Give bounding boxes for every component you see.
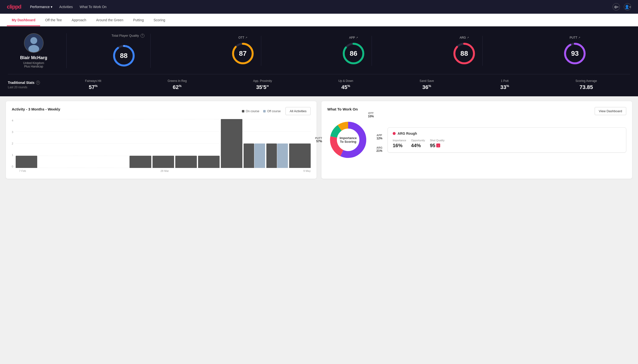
app-circle: 86	[341, 41, 366, 66]
traditional-stats: Traditional Stats ? Last 20 rounds Fairw…	[8, 74, 630, 90]
player-handicap: Plus Handicap	[24, 65, 43, 68]
bar-oncourse-10	[244, 144, 254, 168]
activity-card-header: Activity - 3 Months - Weekly On course O…	[12, 107, 311, 115]
add-button[interactable]: ⊕ ▾	[612, 3, 620, 10]
stat-proximity: App. Proximity 35'5"	[253, 79, 272, 90]
y-label-3: 3	[12, 130, 13, 134]
bottom-section: Activity - 3 Months - Weekly On course O…	[0, 96, 638, 184]
nav-activities[interactable]: Activities	[59, 5, 73, 9]
y-label-1: 1	[12, 154, 13, 156]
ott-value: 87	[239, 50, 247, 58]
x-label-1: 28 Mar	[160, 170, 169, 172]
bar-group-10	[244, 119, 265, 168]
player-name: Blair McHarg	[20, 55, 47, 60]
putt-donut-label: PUTT 57%	[315, 137, 322, 143]
putt-circle: 93	[563, 41, 587, 66]
trad-stats-items: Fairways Hit 57% Greens In Reg 62% App. …	[52, 79, 630, 90]
bar-group-7	[175, 119, 197, 168]
chevron-down-icon: ▾	[51, 5, 52, 9]
stat-oneputt: 1 Putt 33%	[500, 79, 509, 90]
arg-circle: 88	[452, 41, 476, 66]
bar-oncourse-5	[129, 156, 151, 168]
bar-group-4	[107, 119, 128, 168]
stat-updown: Up & Down 45%	[338, 79, 353, 90]
tab-putting[interactable]: Putting	[128, 14, 149, 26]
bar-group-9	[221, 119, 242, 168]
work-on-content: PUTT 57% OTT 10% APP 12% ARG 21%	[327, 119, 626, 160]
putt-value: 93	[571, 50, 579, 58]
total-score-circle: 88	[112, 44, 136, 68]
bar-group-5	[129, 119, 151, 168]
nav-performance[interactable]: Performance ▾	[30, 5, 52, 9]
putt-arrow-icon: ↗	[578, 36, 580, 39]
x-label-0: 7 Feb	[19, 170, 26, 172]
stat-gir: Greens In Reg 62%	[168, 79, 187, 90]
tab-around-the-green[interactable]: Around the Green	[91, 14, 128, 26]
stat-scoring: Scoring Average 73.85	[576, 79, 597, 90]
view-dashboard-button[interactable]: View Dashboard	[595, 107, 626, 115]
work-on-card: What To Work On View Dashboard PUTT 57% …	[321, 101, 632, 179]
y-label-4: 4	[12, 119, 13, 122]
legend-oncourse: On course	[242, 110, 259, 113]
trad-info-icon: ?	[36, 81, 40, 84]
ott-donut-label: OTT 10%	[368, 112, 374, 118]
tab-my-dashboard[interactable]: My Dashboard	[7, 14, 40, 26]
bar-offcourse-10	[254, 144, 265, 168]
score-total: Total Player Quality ? 88	[104, 34, 151, 68]
y-label-2: 2	[12, 142, 13, 145]
bar-oncourse-6	[152, 156, 174, 168]
total-quality-label: Total Player Quality ?	[112, 34, 144, 38]
arg-donut-label: ARG 21%	[376, 146, 382, 152]
top-nav: clippd Performance ▾ Activities What To …	[0, 0, 638, 14]
bar-oncourse-9	[221, 119, 242, 168]
scores-row: Total Player Quality ? 88 OTT ↗	[67, 34, 630, 68]
score-ott: OTT ↗ 87	[225, 36, 261, 66]
bar-offcourse-11	[277, 144, 288, 168]
score-putt: PUTT ↗ 93	[557, 36, 593, 66]
nav-what-to-work-on[interactable]: What To Work On	[80, 5, 106, 9]
bar-group-0	[16, 119, 37, 168]
all-activities-button[interactable]: All Activities	[285, 107, 311, 115]
ott-circle: 87	[231, 41, 255, 66]
importance-value: 16%	[393, 143, 406, 148]
ott-arrow-icon: ↗	[245, 36, 247, 39]
putt-label: PUTT ↗	[570, 36, 580, 39]
bar-oncourse-8	[198, 156, 220, 168]
stat-sandsave: Sand Save 36%	[420, 79, 434, 90]
bar-group-1	[39, 119, 60, 168]
chevron-down-icon: ▾	[617, 6, 618, 8]
avatar	[24, 33, 44, 53]
app-value: 86	[350, 50, 357, 58]
player-country: United Kingdom	[23, 61, 44, 65]
tab-scoring[interactable]: Scoring	[149, 14, 170, 26]
chart-legend: On course Off course	[242, 110, 281, 113]
app-donut-label: APP 12%	[376, 134, 382, 140]
bar-oncourse-11	[266, 144, 277, 168]
hero-top: Blair McHarg United Kingdom Plus Handica…	[8, 33, 630, 68]
x-label-2: 9 May	[303, 170, 311, 172]
activity-card: Activity - 3 Months - Weekly On course O…	[6, 101, 317, 179]
logo: clippd	[7, 4, 21, 10]
work-on-title: What To Work On	[327, 107, 358, 111]
bar-group-11	[266, 119, 288, 168]
oncourse-dot	[242, 110, 244, 112]
arg-arrow-icon: ↗	[467, 36, 469, 39]
nav-right: ⊕ ▾ 👤 ▾	[612, 3, 631, 10]
shot-quality-value: 95 ↓	[430, 143, 445, 148]
arg-label: ARG ↗	[460, 36, 469, 39]
svg-point-1	[30, 37, 37, 44]
opportunity-value: 44%	[411, 143, 425, 148]
donut-container: PUTT 57% OTT 10% APP 12% ARG 21%	[327, 119, 369, 160]
info-panel-title: ARG Rough	[393, 132, 621, 136]
tab-bar: My Dashboard Off the Tee Approach Around…	[0, 14, 638, 26]
tab-off-the-tee[interactable]: Off the Tee	[40, 14, 67, 26]
bar-group-6	[152, 119, 174, 168]
user-menu-button[interactable]: 👤 ▾	[624, 3, 631, 10]
tab-approach[interactable]: Approach	[67, 14, 91, 26]
metric-opportunity: Opportunity 44%	[411, 139, 425, 148]
app-arrow-icon: ↗	[356, 36, 358, 39]
bar-group-2	[61, 119, 83, 168]
trad-stats-label: Traditional Stats ? Last 20 rounds	[8, 81, 52, 89]
metric-importance: Importance 16%	[393, 139, 406, 148]
info-icon: ?	[140, 34, 144, 38]
